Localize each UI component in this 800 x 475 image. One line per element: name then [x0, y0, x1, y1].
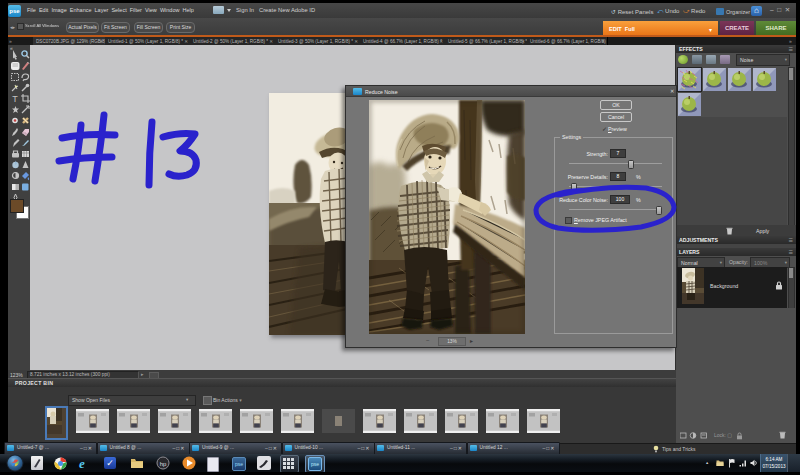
svg-text:hp: hp [160, 461, 167, 467]
svg-text:T: T [12, 94, 18, 104]
